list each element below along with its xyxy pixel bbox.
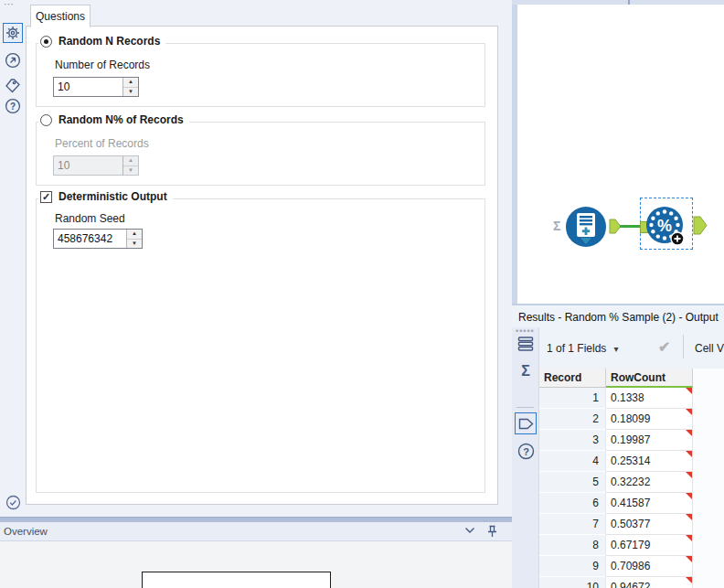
tool-input-anchor[interactable]: Σ xyxy=(553,219,560,233)
table-row: 100.94672 xyxy=(539,577,724,588)
cell-flag-triangle-icon xyxy=(686,493,692,499)
rowcount-cell[interactable]: 0.94672 xyxy=(606,577,693,588)
drag-handle-dots-icon[interactable]: ••••• xyxy=(516,326,535,336)
profile-sigma-icon[interactable]: Σ xyxy=(517,362,534,380)
apply-check-icon[interactable] xyxy=(5,494,21,510)
rowcount-cell[interactable]: 0.25314 xyxy=(606,451,693,472)
tab-questions-label: Questions xyxy=(36,10,85,23)
table-row: 60.41587 xyxy=(539,493,724,514)
cell-flag-triangle-icon xyxy=(686,556,692,562)
rowcount-cell[interactable]: 0.19987 xyxy=(606,430,693,451)
metadata-icon[interactable] xyxy=(515,412,537,434)
record-cell[interactable]: 6 xyxy=(539,493,606,514)
table-row: 20.18099 xyxy=(539,409,724,430)
workflow-canvas[interactable]: Σ xyxy=(512,0,724,304)
results-table-header: Record RowCount xyxy=(539,369,693,388)
record-cell[interactable]: 2 xyxy=(539,409,606,430)
cell-flag-triangle-icon xyxy=(686,409,692,415)
overview-header: Overview xyxy=(0,522,512,541)
spin-up-icon[interactable]: ▲ xyxy=(127,230,142,240)
more-dots-icon: ⋯ xyxy=(4,0,15,10)
table-row: 70.50377 xyxy=(539,514,724,535)
random-seed-spinner: ▲ ▼ xyxy=(53,229,143,249)
percent-of-records-input xyxy=(54,156,122,175)
cell-flag-triangle-icon xyxy=(686,388,692,394)
configuration-sidebar: ⋯ ? xyxy=(0,0,26,517)
spin-up-icon: ▲ xyxy=(123,156,138,166)
overview-viewport-rect[interactable] xyxy=(142,572,331,588)
generate-rows-tool-icon[interactable] xyxy=(566,207,606,247)
tag-icon[interactable] xyxy=(5,78,21,94)
svg-text:?: ? xyxy=(523,446,529,457)
alteryx-designer-window: ⋯ ? xyxy=(0,0,724,588)
group-random-n-records: Random N Records Number of Records ▲ ▼ xyxy=(36,43,485,107)
settings-gear-icon[interactable] xyxy=(3,23,23,43)
record-cell[interactable]: 7 xyxy=(539,514,606,535)
navigation-arrow-icon[interactable] xyxy=(5,52,21,69)
record-cell[interactable]: 1 xyxy=(539,388,606,409)
spin-down-icon[interactable]: ▼ xyxy=(123,88,138,97)
rowcount-cell[interactable]: 0.70986 xyxy=(606,556,693,577)
canvas-horizontal-scrollbar[interactable] xyxy=(512,0,724,5)
table-row: 40.25314 xyxy=(539,451,724,472)
group-deterministic-output: ✓ Deterministic Output Random Seed ▲ ▼ xyxy=(36,198,485,493)
group-deterministic-label: Deterministic Output xyxy=(59,190,167,203)
radio-random-n-records[interactable] xyxy=(40,36,52,48)
table-row: 90.70986 xyxy=(539,556,724,577)
rowcount-cell[interactable]: 0.18099 xyxy=(606,409,693,430)
help-icon[interactable]: ? xyxy=(5,98,21,114)
table-view-icon[interactable] xyxy=(517,336,534,352)
random-seed-input[interactable] xyxy=(54,230,126,248)
number-of-records-label: Number of Records xyxy=(55,59,150,71)
pin-icon[interactable] xyxy=(485,525,499,539)
tab-questions[interactable]: Questions xyxy=(30,5,90,27)
results-panel: Results - Random % Sample (2) - Output •… xyxy=(512,305,724,588)
tool-output-anchor[interactable] xyxy=(693,216,708,235)
results-table-body: 10.133820.1809930.1998740.2531450.322326… xyxy=(539,388,724,588)
record-cell[interactable]: 5 xyxy=(539,472,606,493)
connection-wire xyxy=(620,225,642,228)
table-row: 30.19987 xyxy=(539,430,724,451)
collapse-chevron-icon[interactable] xyxy=(464,527,475,534)
configuration-panel: ⋯ ? xyxy=(0,0,512,517)
column-header-rowcount[interactable]: RowCount xyxy=(606,369,693,388)
rowcount-cell[interactable]: 0.50377 xyxy=(606,514,693,535)
add-badge-icon xyxy=(670,231,685,246)
results-help-icon[interactable]: ? xyxy=(517,443,535,460)
checkbox-deterministic-output[interactable]: ✓ xyxy=(40,191,52,203)
rowcount-cell[interactable]: 0.32232 xyxy=(606,472,693,493)
record-cell[interactable]: 8 xyxy=(539,535,606,556)
results-view-strip: ••••• Σ ? xyxy=(512,327,539,588)
overview-panel: Overview xyxy=(0,522,512,588)
number-of-records-input[interactable] xyxy=(54,78,122,96)
spin-up-icon[interactable]: ▲ xyxy=(123,78,138,88)
number-of-records-spinner: ▲ ▼ xyxy=(53,77,139,97)
results-title: Results - Random % Sample (2) - Output xyxy=(518,311,719,324)
canvas-vertical-scrollbar[interactable] xyxy=(512,5,517,304)
record-cell[interactable]: 4 xyxy=(539,451,606,472)
table-row: 10.1338 xyxy=(539,388,724,409)
overview-body xyxy=(0,541,512,588)
rowcount-cell[interactable]: 0.67179 xyxy=(606,535,693,556)
radio-random-percent-records[interactable] xyxy=(40,114,52,126)
column-header-record[interactable]: Record xyxy=(539,369,606,388)
rowcount-cell[interactable]: 0.41587 xyxy=(606,493,693,514)
results-table: Record RowCount 10.133820.1809930.199874… xyxy=(539,369,724,588)
record-cell[interactable]: 9 xyxy=(539,556,606,577)
fields-dropdown-label: 1 of 1 Fields xyxy=(547,342,606,355)
record-cell[interactable]: 10 xyxy=(539,577,606,588)
spin-down-icon: ▼ xyxy=(123,166,138,176)
record-cell[interactable]: 3 xyxy=(539,430,606,451)
table-row: 50.32232 xyxy=(539,472,724,493)
apply-filter-check-icon[interactable]: ✔ xyxy=(658,338,670,356)
scrollbar-thumb[interactable] xyxy=(628,0,630,5)
rowcount-cell[interactable]: 0.1338 xyxy=(606,388,693,409)
overview-title: Overview xyxy=(4,526,48,537)
divider xyxy=(516,407,534,408)
fields-dropdown[interactable]: 1 of 1 Fields ▾ xyxy=(547,342,618,355)
group-random-percent-label: Random N% of Records xyxy=(59,113,184,126)
cell-viewer-button[interactable]: Cell Viewer xyxy=(695,342,724,355)
cell-flag-triangle-icon xyxy=(686,430,692,436)
spin-down-icon[interactable]: ▼ xyxy=(127,240,142,249)
svg-text:?: ? xyxy=(10,102,16,112)
